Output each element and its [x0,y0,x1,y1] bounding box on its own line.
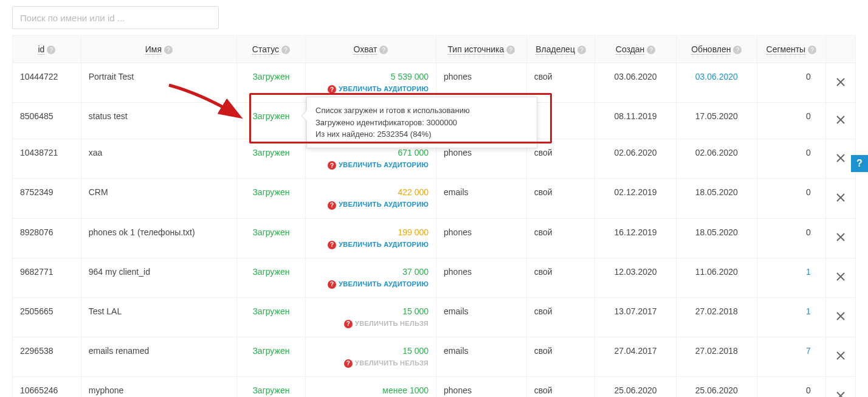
info-icon[interactable]: ? [344,320,353,328]
cell-name[interactable]: status test [81,103,236,139]
cell-created: 08.11.2019 [595,103,676,139]
cell-status[interactable]: Загружен [237,139,306,179]
close-icon [836,272,846,281]
col-header-source[interactable]: Тип источника? [436,36,527,63]
cell-updated[interactable]: 27.02.2018 [676,337,757,376]
floating-help-button[interactable]: ? [851,155,868,172]
cell-updated[interactable]: 18.05.2020 [676,218,757,258]
col-header-name[interactable]: Имя? [81,36,236,63]
cell-segments[interactable]: 1 [757,297,825,337]
cell-delete [825,103,855,139]
table-row: 8928076phones ok 1 (телефоны.txt)Загруже… [13,218,856,258]
cell-name[interactable]: 964 my client_id [81,258,236,297]
cell-delete [825,218,855,258]
col-header-segments[interactable]: Сегменты? [757,36,825,63]
info-icon[interactable]: ? [328,280,336,289]
cell-updated[interactable]: 27.02.2018 [676,297,757,337]
increase-audience-link[interactable]: ?УВЕЛИЧИТЬ АУДИТОРИЮ [313,161,429,170]
cell-updated[interactable]: 18.05.2020 [676,179,757,218]
segments-value: 0 [806,72,811,81]
cell-status[interactable]: Загружен [237,376,306,397]
cell-delete [825,63,855,103]
search-input[interactable] [12,6,219,29]
help-icon[interactable]: ? [281,46,290,54]
col-header-owner[interactable]: Владелец? [526,36,595,63]
table-row: 2296538emails renamedЗагружен15 000?УВЕЛ… [13,337,856,376]
help-icon[interactable]: ? [733,46,742,54]
cell-status[interactable]: Загружен [237,297,306,337]
cell-delete [825,179,855,218]
cell-updated[interactable]: 11.06.2020 [676,258,757,297]
cell-segments[interactable]: 7 [757,337,825,376]
cell-name[interactable]: myphone [81,376,236,397]
cell-name[interactable]: Test LAL [81,297,236,337]
col-header-updated[interactable]: Обновлен? [676,36,757,63]
cell-updated[interactable]: 03.06.2020 [676,63,757,103]
help-icon[interactable]: ? [47,46,55,54]
cell-name[interactable]: phones ok 1 (телефоны.txt) [81,218,236,258]
help-icon[interactable]: ? [647,46,655,54]
help-icon[interactable]: ? [506,46,515,54]
delete-button[interactable] [826,232,855,242]
cell-created: 02.06.2020 [595,139,676,179]
table-row: 9682771964 my client_idЗагружен37 000?УВ… [13,258,856,297]
delete-button[interactable] [826,351,855,361]
cell-updated[interactable]: 25.06.2020 [676,376,757,397]
increase-audience-link[interactable]: ?УВЕЛИЧИТЬ АУДИТОРИЮ [313,241,429,249]
cell-owner: свой [526,218,595,258]
reach-value: 422 000 [313,187,429,197]
close-icon [836,193,846,202]
increase-audience-link[interactable]: ?УВЕЛИЧИТЬ АУДИТОРИЮ [313,85,429,94]
cell-segments[interactable]: 1 [757,258,825,297]
cell-status[interactable]: Загружен [237,218,306,258]
help-icon[interactable]: ? [808,46,816,54]
info-icon[interactable]: ? [328,85,336,94]
updated-value: 25.06.2020 [695,385,738,395]
cell-status[interactable]: Загружен [237,63,306,103]
cell-id: 8752349 [13,179,81,218]
cell-delete [825,297,855,337]
info-icon[interactable]: ? [328,201,336,210]
info-icon[interactable]: ? [328,161,336,170]
info-icon[interactable]: ? [328,241,336,249]
cell-status[interactable]: Загружен [237,179,306,218]
cell-name[interactable]: xaa [81,139,236,179]
help-icon[interactable]: ? [379,46,388,54]
cell-updated[interactable]: 02.06.2020 [676,139,757,179]
cell-updated[interactable]: 17.05.2020 [676,103,757,139]
delete-button[interactable] [826,311,855,321]
reach-value: 671 000 [313,148,429,157]
col-header-delete [825,36,855,63]
cell-segments: 0 [757,63,825,103]
help-icon[interactable]: ? [577,46,586,54]
cell-status[interactable]: Загружен [237,103,306,139]
delete-button[interactable] [826,391,855,398]
cell-name[interactable]: emails renamed [81,337,236,376]
cell-status[interactable]: Загружен [237,337,306,376]
delete-button[interactable] [826,77,855,87]
col-header-id[interactable]: id? [13,36,81,63]
table-header-row: id? Имя? Статус? Охват? Тип источника? В… [13,36,856,63]
reach-action-label: УВЕЛИЧИТЬ АУДИТОРИЮ [339,201,429,208]
audience-table: id? Имя? Статус? Охват? Тип источника? В… [12,35,856,397]
cell-reach: 15 000?УВЕЛИЧИТЬ НЕЛЬЗЯ [305,337,436,376]
col-header-status[interactable]: Статус? [237,36,306,63]
table-row: 10665246myphoneЗагруженменее 1000?УВЕЛИЧ… [13,376,856,397]
cell-status[interactable]: Загружен [237,258,306,297]
delete-button[interactable] [826,272,855,281]
info-icon[interactable]: ? [344,359,353,368]
delete-button[interactable] [826,115,855,125]
col-header-reach[interactable]: Охват? [305,36,436,63]
cell-name[interactable]: Portrait Test [81,63,236,103]
cell-id: 10438721 [13,139,81,179]
cell-segments: 0 [757,218,825,258]
cell-id: 10665246 [13,376,81,397]
col-header-created[interactable]: Создан? [595,36,676,63]
increase-audience-link[interactable]: ?УВЕЛИЧИТЬ АУДИТОРИЮ [313,280,429,289]
help-icon[interactable]: ? [164,46,173,54]
cell-created: 27.04.2017 [595,337,676,376]
increase-audience-link[interactable]: ?УВЕЛИЧИТЬ АУДИТОРИЮ [313,201,429,209]
delete-button[interactable] [826,193,855,202]
cell-name[interactable]: CRM [81,179,236,218]
cell-created: 25.06.2020 [595,376,676,397]
